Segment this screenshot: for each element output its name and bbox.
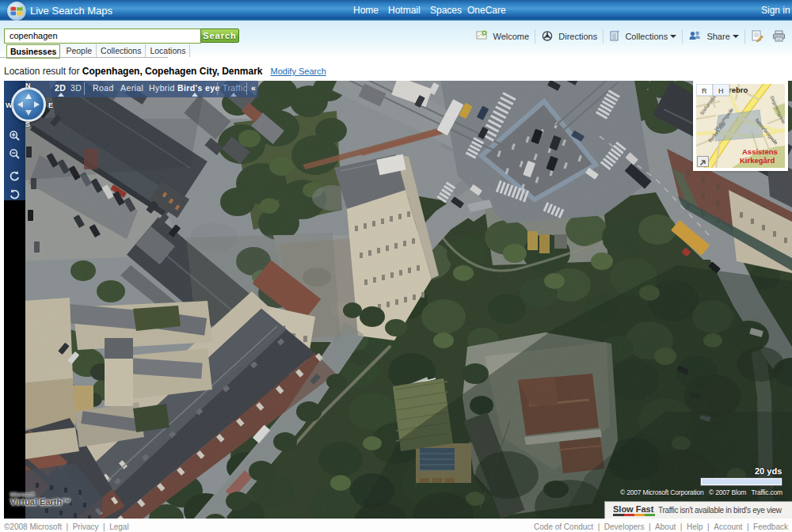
svg-text:Assistens: Assistens (742, 147, 778, 156)
svg-text:H: H (718, 87, 724, 95)
svg-text:Kirkegård: Kirkegård (740, 156, 775, 165)
svg-text:R: R (702, 87, 707, 95)
